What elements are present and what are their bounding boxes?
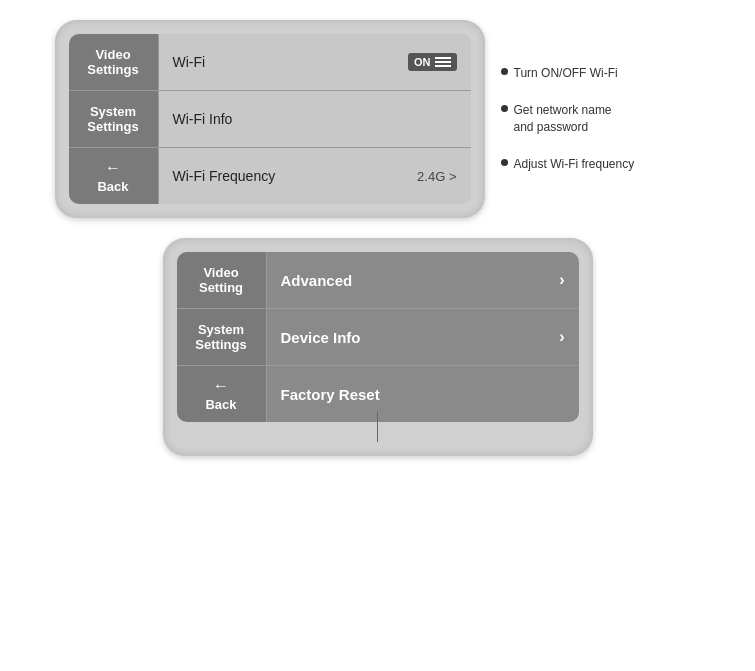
- wifi-info-label: Wi-Fi Info: [173, 111, 233, 127]
- annotations-top: Turn ON/OFF Wi-Fi Get network nameand pa…: [501, 65, 701, 172]
- factory-reset-content: Factory Reset: [267, 366, 579, 422]
- annotation-wifi-toggle: Turn ON/OFF Wi-Fi: [501, 65, 701, 82]
- device-info-chevron-icon: ›: [559, 328, 564, 346]
- advanced-label: Advanced: [281, 272, 353, 289]
- wifi-freq-content: Wi-Fi Frequency 2.4G >: [159, 148, 471, 204]
- wifi-row-inner: Wi-Fi ON: [173, 53, 457, 71]
- annotation-text-2: Get network nameand password: [514, 102, 612, 136]
- indicator-line: [377, 412, 378, 442]
- device-info-inner: Device Info ›: [281, 328, 565, 346]
- system-settings-label-1: System Settings: [75, 104, 152, 134]
- back-label-2: Back: [205, 397, 236, 412]
- wifi-info-row[interactable]: System Settings Wi-Fi Info: [69, 91, 471, 148]
- wifi-freq-inner: Wi-Fi Frequency 2.4G >: [173, 168, 457, 184]
- wifi-freq-label: Wi-Fi Frequency: [173, 168, 276, 184]
- wifi-content: Wi-Fi ON: [159, 34, 471, 90]
- sidebar-system-settings-2[interactable]: System Settings: [177, 309, 267, 365]
- device-frame-top: Video Settings Wi-Fi ON: [55, 20, 485, 218]
- annotation-wifi-info: Get network nameand password: [501, 102, 701, 136]
- advanced-row[interactable]: Video Setting Advanced ›: [177, 252, 579, 309]
- device-info-row[interactable]: System Settings Device Info ›: [177, 309, 579, 366]
- video-settings-label: Video Settings: [75, 47, 152, 77]
- back-label-1: Back: [97, 179, 128, 194]
- annotation-wifi-freq: Adjust Wi-Fi frequency: [501, 156, 701, 173]
- factory-reset-label: Factory Reset: [281, 386, 380, 403]
- dot-1: [501, 68, 508, 75]
- wifi-freq-value: 2.4G >: [417, 169, 456, 184]
- toggle-line-2: [435, 61, 451, 63]
- advanced-content: Advanced ›: [267, 252, 579, 308]
- sidebar-system-settings-1[interactable]: System Settings: [69, 91, 159, 147]
- screen-top: Video Settings Wi-Fi ON: [69, 34, 471, 204]
- dot-2: [501, 105, 508, 112]
- wifi-row[interactable]: Video Settings Wi-Fi ON: [69, 34, 471, 91]
- sidebar-back-2[interactable]: ← Back: [177, 366, 267, 422]
- advanced-chevron-icon: ›: [559, 271, 564, 289]
- video-setting-label: Video Setting: [183, 265, 260, 295]
- diagram-bottom: Video Setting Advanced › System Settings…: [163, 238, 593, 456]
- device-frame-bottom: Video Setting Advanced › System Settings…: [163, 238, 593, 456]
- sidebar-video-setting[interactable]: Video Setting: [177, 252, 267, 308]
- toggle-line-3: [435, 65, 451, 67]
- wifi-label: Wi-Fi: [173, 54, 206, 70]
- back-arrow-icon-1: ←: [105, 159, 121, 177]
- dot-3: [501, 159, 508, 166]
- wifi-toggle[interactable]: ON: [408, 53, 457, 71]
- device-info-label: Device Info: [281, 329, 361, 346]
- sidebar-back-1[interactable]: ← Back: [69, 148, 159, 204]
- advanced-inner: Advanced ›: [281, 271, 565, 289]
- toggle-line-1: [435, 57, 451, 59]
- annotation-text-3: Adjust Wi-Fi frequency: [514, 156, 635, 173]
- device-info-content: Device Info ›: [267, 309, 579, 365]
- annotation-text-1: Turn ON/OFF Wi-Fi: [514, 65, 618, 82]
- diagram-top: Video Settings Wi-Fi ON: [55, 20, 701, 218]
- toggle-on-label: ON: [414, 56, 431, 68]
- screen-bottom: Video Setting Advanced › System Settings…: [177, 252, 579, 422]
- sidebar-video-settings[interactable]: Video Settings: [69, 34, 159, 90]
- toggle-lines-icon: [435, 57, 451, 67]
- system-settings-label-2: System Settings: [183, 322, 260, 352]
- wifi-info-content: Wi-Fi Info: [159, 91, 471, 147]
- wifi-freq-row[interactable]: ← Back Wi-Fi Frequency 2.4G >: [69, 148, 471, 204]
- back-arrow-icon-2: ←: [213, 377, 229, 395]
